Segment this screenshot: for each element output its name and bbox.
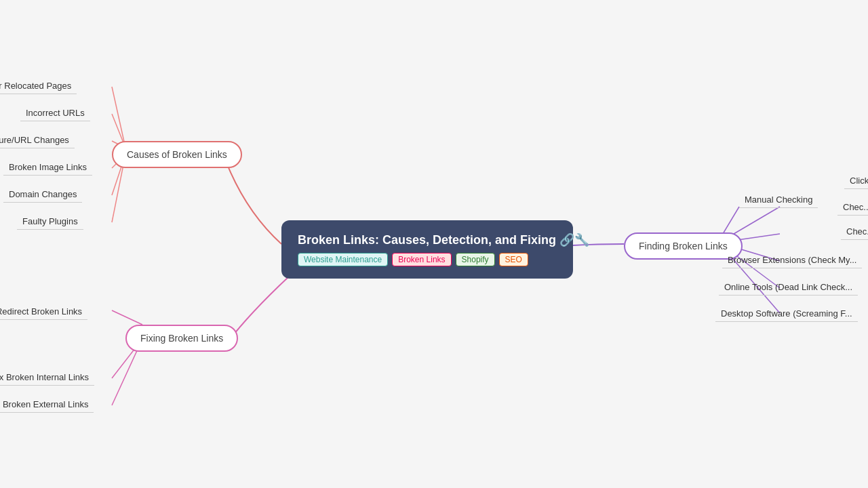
tag-website-maintenance: Website Maintenance: [298, 253, 388, 266]
tag-container: Website Maintenance Broken Links Shopify…: [298, 253, 557, 266]
fixing-label: Fixing Broken Links: [140, 333, 223, 344]
leaf-click: Click...: [844, 173, 868, 189]
leaf-domain-changes: Domain Changes: [3, 186, 82, 203]
causes-label: Causes of Broken Links: [127, 149, 227, 160]
tag-seo: SEO: [499, 253, 528, 266]
leaf-check1: Chec...: [837, 199, 868, 216]
finding-label: Finding Broken Links: [639, 241, 728, 251]
leaf-manual-checking: Manual Checking: [739, 192, 818, 208]
leaf-desktop-software: Desktop Software (Screaming F...: [715, 306, 858, 322]
leaf-broken-image-links: Broken Image Links: [3, 159, 92, 176]
leaf-check2: Chec...: [841, 224, 868, 240]
tag-shopify: Shopify: [456, 253, 495, 266]
leaf-online-tools: Online Tools (Dead Link Check...: [719, 279, 858, 296]
fixing-node[interactable]: Fixing Broken Links: [125, 325, 238, 352]
central-node: Broken Links: Causes, Detection, and Fix…: [281, 220, 573, 279]
causes-node[interactable]: Causes of Broken Links: [112, 141, 242, 168]
tag-broken-links: Broken Links: [392, 253, 451, 266]
leaf-browser-extensions: Browser Extensions (Check My...: [722, 252, 862, 268]
leaf-fix-external: Fix Broken External Links: [0, 396, 94, 413]
leaf-fix-redirect: Fix/Redirect Broken Links: [0, 304, 87, 320]
svg-line-0: [112, 87, 125, 148]
leaf-faulty-plugins: Faulty Plugins: [17, 214, 83, 230]
svg-line-6: [112, 310, 142, 325]
leaf-structure-changes: tructure/URL Changes: [0, 132, 75, 148]
central-title: Broken Links: Causes, Detection, and Fix…: [298, 232, 557, 247]
leaf-deleted-pages: ed or Relocated Pages: [0, 78, 77, 94]
leaf-incorrect-urls: Incorrect URLs: [20, 105, 90, 121]
leaf-fix-internal: Fix Broken Internal Links: [0, 369, 94, 386]
